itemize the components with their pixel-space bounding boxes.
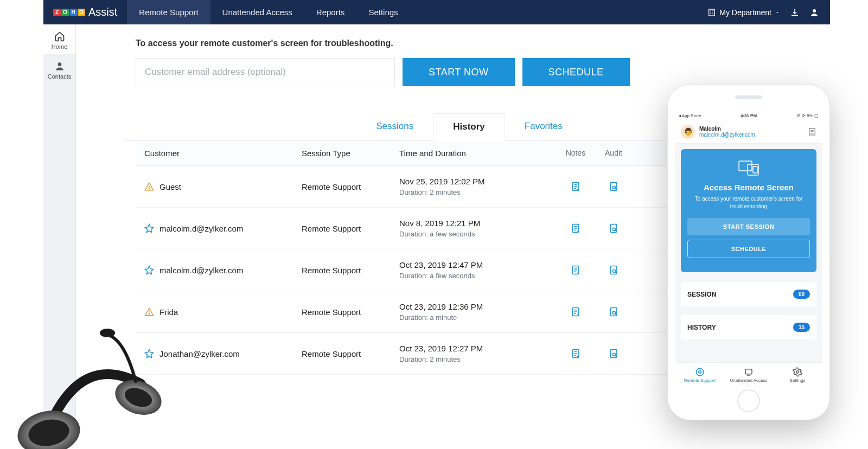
phone-screen: ◂ App Store 4:31 PM ⊕ ⟳ 8% ▢ 👨 Malcolm m… bbox=[675, 111, 822, 387]
header-customer: Customer bbox=[144, 149, 302, 158]
start-now-button[interactable]: START NOW bbox=[403, 58, 515, 86]
department-dropdown[interactable]: My Department bbox=[707, 8, 780, 17]
session-duration: Duration: a few seconds bbox=[399, 272, 557, 280]
audit-icon[interactable] bbox=[608, 306, 619, 317]
phone-row-history[interactable]: HISTORY 15 bbox=[681, 315, 816, 339]
header-audit: Audit bbox=[595, 149, 633, 158]
phone-row-history-badge: 15 bbox=[793, 323, 810, 332]
nav-right: My Department bbox=[707, 8, 830, 17]
nav-tab-remote-support[interactable]: Remote Support bbox=[127, 0, 210, 24]
sidebar-item-contacts[interactable]: Contacts bbox=[43, 54, 75, 84]
user-icon[interactable] bbox=[809, 8, 819, 17]
phone-row-session-badge: 00 bbox=[793, 290, 810, 299]
svg-point-56 bbox=[699, 371, 701, 374]
phone-bnav-remote[interactable]: Remote Support bbox=[675, 363, 724, 387]
session-time: Nov 25, 2019 12:02 PM bbox=[399, 177, 557, 186]
session-time: Oct 23, 2019 12:36 PM bbox=[399, 302, 557, 311]
star-icon[interactable] bbox=[144, 265, 154, 275]
org-icon[interactable] bbox=[808, 127, 816, 136]
phone-user-row: 👨 Malcolm malcolm.d@zylker.com bbox=[675, 120, 822, 144]
session-type: Remote Support bbox=[302, 266, 399, 275]
screens-icon bbox=[737, 159, 761, 177]
notes-icon[interactable] bbox=[570, 265, 581, 275]
logo-tiles: ZOHO bbox=[53, 9, 85, 16]
svg-rect-0 bbox=[709, 9, 715, 16]
sidebar-item-home[interactable]: Home bbox=[43, 24, 75, 54]
top-nav: ZOHO Assist Remote Support Unattended Ac… bbox=[43, 0, 830, 24]
brand-name: Assist bbox=[88, 6, 117, 18]
tab-favorites[interactable]: Favorites bbox=[505, 113, 582, 140]
intro-text: To access your remote customer's screen … bbox=[136, 39, 814, 48]
svg-rect-57 bbox=[745, 369, 752, 374]
star-icon[interactable] bbox=[144, 223, 154, 233]
sidebar-label-home: Home bbox=[52, 43, 67, 50]
svg-line-24 bbox=[615, 230, 616, 232]
svg-point-59 bbox=[796, 371, 799, 374]
phone-bnav-unattended[interactable]: Unattended Access bbox=[724, 363, 773, 387]
nav-tab-settings[interactable]: Settings bbox=[356, 0, 410, 24]
sidebar-label-contacts: Contacts bbox=[48, 73, 71, 80]
headset-illustration bbox=[0, 319, 163, 449]
svg-point-39 bbox=[612, 311, 615, 314]
session-duration: Duration: 2 minutes bbox=[399, 188, 557, 196]
status-time: 4:31 PM bbox=[741, 113, 757, 118]
svg-point-46 bbox=[612, 353, 615, 356]
svg-point-7 bbox=[813, 9, 816, 12]
phone-row-session[interactable]: SESSION 00 bbox=[681, 282, 816, 306]
schedule-button[interactable]: SCHEDULE bbox=[522, 58, 630, 86]
svg-line-31 bbox=[615, 272, 616, 273]
status-right: ⊕ ⟳ 8% ▢ bbox=[797, 113, 819, 118]
brand-logo: ZOHO Assist bbox=[43, 6, 127, 18]
audit-icon[interactable] bbox=[608, 265, 619, 275]
audit-icon[interactable] bbox=[608, 223, 619, 234]
session-duration: Duration: a minute bbox=[399, 313, 557, 322]
home-icon bbox=[54, 31, 65, 42]
phone-card-title: Access Remote Screen bbox=[687, 183, 810, 192]
tab-history[interactable]: History bbox=[433, 113, 505, 141]
svg-point-30 bbox=[612, 270, 615, 272]
phone-user-email: malcolm.d@zylker.com bbox=[699, 132, 755, 138]
phone-schedule-button[interactable]: SCHEDULE bbox=[687, 240, 810, 258]
svg-line-40 bbox=[615, 314, 616, 315]
svg-point-8 bbox=[58, 62, 61, 66]
phone-home-button[interactable] bbox=[737, 389, 760, 412]
svg-point-64 bbox=[100, 329, 115, 337]
session-time: Nov 8, 2019 12:21 PM bbox=[399, 219, 557, 228]
svg-rect-54 bbox=[753, 166, 757, 173]
warning-icon[interactable] bbox=[144, 307, 154, 317]
customer-name: malcolm.d@zylker.com bbox=[159, 266, 243, 275]
phone-access-card: Access Remote Screen To access your remo… bbox=[681, 149, 816, 272]
svg-point-16 bbox=[612, 186, 615, 189]
customer-name: Guest bbox=[159, 182, 181, 191]
svg-point-33 bbox=[149, 313, 150, 315]
warning-icon[interactable] bbox=[144, 182, 154, 191]
action-row: START NOW SCHEDULE bbox=[136, 58, 814, 86]
download-icon[interactable] bbox=[790, 8, 800, 17]
phone-bottom-nav: Remote Support Unattended Access Setting… bbox=[675, 362, 822, 387]
session-time: Oct 23, 2019 12:47 PM bbox=[399, 260, 557, 270]
nav-tabs: Remote Support Unattended Access Reports… bbox=[127, 0, 410, 24]
session-type: Remote Support bbox=[302, 224, 399, 233]
tab-sessions[interactable]: Sessions bbox=[356, 113, 433, 140]
session-duration: Duration: 2 minutes bbox=[399, 355, 557, 363]
session-type: Remote Support bbox=[302, 349, 399, 358]
department-label: My Department bbox=[719, 8, 771, 17]
phone-bnav-settings[interactable]: Settings bbox=[773, 363, 822, 387]
notes-icon[interactable] bbox=[570, 223, 581, 234]
customer-email-input[interactable] bbox=[136, 58, 395, 86]
nav-tab-unattended[interactable]: Unattended Access bbox=[210, 0, 304, 24]
header-notes: Notes bbox=[557, 149, 595, 158]
phone-row-session-label: SESSION bbox=[687, 291, 716, 298]
status-left: ◂ App Store bbox=[679, 113, 701, 118]
notes-icon[interactable] bbox=[570, 181, 581, 192]
notes-icon[interactable] bbox=[570, 348, 581, 359]
notes-icon[interactable] bbox=[570, 306, 581, 317]
customer-name: Frida bbox=[159, 307, 178, 317]
svg-point-55 bbox=[696, 368, 704, 376]
nav-tab-reports[interactable]: Reports bbox=[304, 0, 357, 24]
session-duration: Duration: a few seconds bbox=[399, 230, 557, 238]
audit-icon[interactable] bbox=[608, 348, 619, 359]
session-time: Oct 23, 2019 12:27 PM bbox=[399, 344, 557, 353]
audit-icon[interactable] bbox=[608, 181, 619, 192]
phone-start-session-button[interactable]: START SESSION bbox=[687, 218, 810, 235]
